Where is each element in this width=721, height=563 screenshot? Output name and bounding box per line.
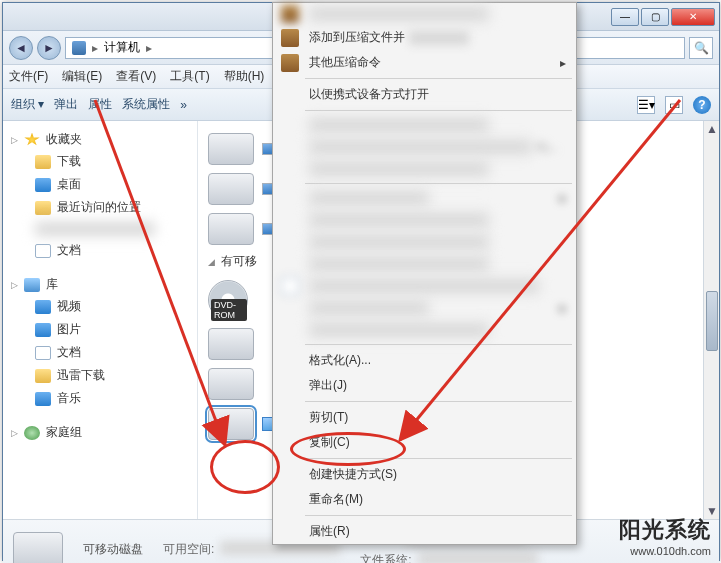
ctx-separator (305, 401, 572, 402)
ctx-item-hidden[interactable] (273, 114, 576, 136)
ctx-separator (305, 515, 572, 516)
ctx-item-hidden[interactable]: A)... (273, 136, 576, 158)
hdd-icon (208, 213, 254, 245)
package-icon (281, 54, 299, 72)
status-drive-icon (13, 532, 63, 564)
search-button[interactable]: 🔍 (689, 37, 713, 59)
sidebar-item-hidden[interactable] (7, 219, 193, 239)
ctx-item-hidden[interactable] (273, 319, 576, 341)
picture-icon (35, 323, 51, 337)
sidebar-item-documents[interactable]: 文档 (7, 341, 193, 364)
address-segment[interactable]: 计算机 (104, 39, 140, 56)
menu-edit[interactable]: 编辑(E) (62, 68, 102, 85)
ctx-item-hidden[interactable] (273, 187, 576, 209)
chevron-right-icon: ▸ (92, 41, 98, 55)
scroll-up-arrow[interactable]: ▲ (704, 121, 720, 137)
chevron-right-icon: ▸ (146, 41, 152, 55)
nav-back-button[interactable]: ◄ (9, 36, 33, 60)
ctx-separator (305, 110, 572, 111)
document-icon (35, 346, 51, 360)
ctx-item-portable[interactable]: 以便携式设备方式打开 (273, 82, 576, 107)
sidebar-item-desktop[interactable]: 桌面 (7, 173, 193, 196)
sidebar-item-pictures[interactable]: 图片 (7, 318, 193, 341)
menu-help[interactable]: 帮助(H) (224, 68, 265, 85)
ctx-item-format[interactable]: 格式化(A)... (273, 348, 576, 373)
removable-icon (208, 408, 254, 440)
menu-tool[interactable]: 工具(T) (170, 68, 209, 85)
maximize-button[interactable]: ▢ (641, 8, 669, 26)
ctx-item-rename[interactable]: 重命名(M) (273, 487, 576, 512)
sidebar-head-favorites[interactable]: 收藏夹 (7, 129, 193, 150)
scroll-down-arrow[interactable]: ▼ (704, 503, 720, 519)
dvd-icon: DVD-ROM (208, 280, 248, 320)
ctx-item-hidden[interactable] (273, 297, 576, 319)
menu-file[interactable]: 文件(F) (9, 68, 48, 85)
sidebar-item-documents[interactable]: 文档 (7, 239, 193, 262)
sidebar-item-videos[interactable]: 视频 (7, 295, 193, 318)
ctx-item-hidden[interactable] (273, 209, 576, 231)
document-icon (281, 277, 299, 295)
context-menu: 添加到压缩文件并 其他压缩命令 以便携式设备方式打开 A)... 格式化(A).… (272, 2, 577, 545)
blur-value (418, 552, 538, 564)
scrollbar-vertical[interactable]: ▲ ▼ (703, 121, 719, 519)
minimize-button[interactable]: — (611, 8, 639, 26)
status-info: 可移动磁盘 (83, 541, 143, 558)
ctx-item-copy[interactable]: 复制(C) (273, 430, 576, 455)
ctx-item-properties[interactable]: 属性(R) (273, 519, 576, 544)
ctx-item-hidden[interactable] (273, 253, 576, 275)
help-icon[interactable]: ? (693, 96, 711, 114)
hdd-icon (208, 173, 254, 205)
desktop-icon (35, 178, 51, 192)
removable-icon (208, 328, 254, 360)
ctx-item-hidden[interactable] (273, 3, 576, 25)
nav-sidebar: 收藏夹 下载 桌面 最近访问的位置 文档 库 视频 图片 文档 迅雷下载 音乐 … (3, 121, 198, 519)
folder-icon (35, 155, 51, 169)
folder-icon (35, 369, 51, 383)
sidebar-head-homegroup[interactable]: 家庭组 (7, 422, 193, 443)
sidebar-item-downloads[interactable]: 下载 (7, 150, 193, 173)
sidebar-item-music[interactable]: 音乐 (7, 387, 193, 410)
ctx-item-cut[interactable]: 剪切(T) (273, 405, 576, 430)
status-drive-type: 可移动磁盘 (83, 541, 143, 558)
star-icon (24, 133, 40, 147)
system-properties-button[interactable]: 系统属性 (122, 96, 170, 113)
ctx-item-hidden[interactable] (273, 158, 576, 180)
status-free-label: 可用空间: (163, 541, 214, 558)
ctx-separator (305, 78, 572, 79)
recent-icon (35, 201, 51, 215)
toolbar-overflow[interactable]: » (180, 98, 187, 112)
scroll-thumb[interactable] (706, 291, 718, 351)
ctx-separator (305, 344, 572, 345)
video-icon (35, 300, 51, 314)
document-icon (35, 244, 51, 258)
sidebar-head-libraries[interactable]: 库 (7, 274, 193, 295)
menu-view[interactable]: 查看(V) (116, 68, 156, 85)
close-button[interactable]: ✕ (671, 8, 715, 26)
ctx-item-eject[interactable]: 弹出(J) (273, 373, 576, 398)
music-icon (35, 392, 51, 406)
ctx-separator (305, 183, 572, 184)
package-icon (281, 5, 299, 23)
sidebar-item-thunder[interactable]: 迅雷下载 (7, 364, 193, 387)
ctx-item-other-compress[interactable]: 其他压缩命令 (273, 50, 576, 75)
ctx-item-hidden[interactable] (273, 231, 576, 253)
removable-icon (208, 368, 254, 400)
status-fs-label: 文件系统: (360, 552, 411, 564)
homegroup-icon (24, 426, 40, 440)
view-mode-button[interactable]: ☰▾ (637, 96, 655, 114)
sidebar-item-recent[interactable]: 最近访问的位置 (7, 196, 193, 219)
ctx-separator (305, 458, 572, 459)
properties-button[interactable]: 属性 (88, 96, 112, 113)
library-icon (24, 278, 40, 292)
hdd-icon (208, 133, 254, 165)
preview-pane-button[interactable]: ▭ (665, 96, 683, 114)
nav-fwd-button[interactable]: ► (37, 36, 61, 60)
ctx-item-shortcut[interactable]: 创建快捷方式(S) (273, 462, 576, 487)
package-icon (281, 29, 299, 47)
computer-icon (72, 41, 86, 55)
ctx-item-hidden[interactable] (273, 275, 576, 297)
ctx-item-add-compress[interactable]: 添加到压缩文件并 (273, 25, 576, 50)
organize-button[interactable]: 组织 ▾ (11, 96, 44, 113)
eject-button[interactable]: 弹出 (54, 96, 78, 113)
